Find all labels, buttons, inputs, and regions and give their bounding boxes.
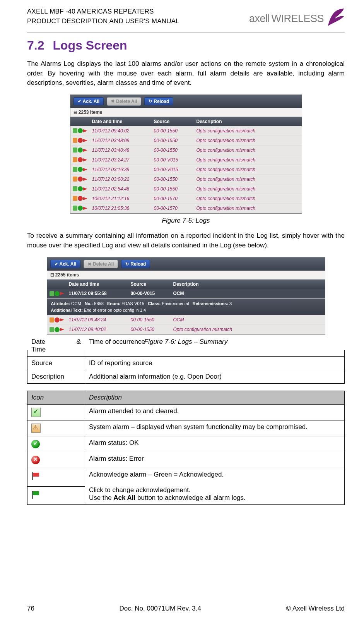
cell-source: 00-00-1550	[152, 177, 194, 182]
cell-source: 00-00-1550	[128, 317, 171, 323]
cell-datetime: 11/07/12 03:16:39	[90, 167, 152, 172]
log-row[interactable]: 11/07/12 03:48:0900-00-1550Opto configur…	[70, 136, 302, 146]
header-line2: PRODUCT DESCRIPTION AND USER'S MANUAL	[27, 17, 179, 26]
status-ok-icon	[78, 148, 83, 153]
col-head-date[interactable]: Date and time	[90, 119, 152, 124]
cell-desc: Opto configuration mismatch	[194, 138, 302, 143]
log-row[interactable]: 11/07/12 03:40:4800-00-1550Opto configur…	[70, 146, 302, 155]
ack-flag-icon[interactable]	[83, 149, 87, 152]
log-row[interactable]: 11/07/12 02:54:4600-00-1550Opto configur…	[70, 184, 302, 194]
log-detail-tooltip: Attribute: OCM No.: 5858 Enum: FDAS-V015…	[47, 298, 325, 315]
alarm-cleared-icon	[73, 206, 78, 211]
alarm-cleared-icon	[31, 408, 41, 417]
reload-button[interactable]: ↻Reload	[144, 97, 173, 106]
section-heading: 7.2Logs Screen	[27, 38, 345, 53]
table-row: Date&TimeTime of occurrence	[27, 350, 345, 357]
cell-desc: OCM	[171, 291, 325, 296]
delete-all-button[interactable]: ✖Delete All	[107, 97, 141, 106]
x-icon: ✖	[88, 262, 91, 267]
system-alarm-icon	[73, 177, 78, 182]
ack-flag-icon[interactable]	[83, 207, 87, 210]
cell-source: 00-00-1550	[152, 128, 194, 134]
col-head-desc[interactable]: Description	[171, 281, 325, 287]
cell-desc: Opto configuration mismatch	[194, 167, 302, 172]
cell-datetime: 11/07/12 03:48:09	[90, 138, 152, 143]
table-header-row: Date and time Source Description	[70, 117, 302, 126]
section-number: 7.2	[27, 38, 44, 52]
cell-source: 00-00-V015	[152, 157, 194, 163]
cell-source: 00-00-1550	[152, 186, 194, 192]
status-error-icon	[31, 456, 40, 464]
log-row[interactable]: 11/07/12 09:40:0200-00-1550Opto configur…	[47, 325, 325, 335]
ack-flag-icon[interactable]	[83, 187, 87, 190]
table-header-row: Date and time Source Description	[47, 280, 325, 289]
ack-flag-icon[interactable]	[83, 139, 87, 142]
cell-source: 00-00-V015	[152, 167, 194, 172]
log-row[interactable]: 11/07/12 09:48:2400-00-1550OCM	[47, 315, 325, 325]
icons-table: Icon Description Alarm attended to and c…	[27, 391, 345, 505]
col-head-source[interactable]: Source	[128, 281, 171, 287]
col-head-source[interactable]: Source	[152, 119, 194, 124]
ack-all-button[interactable]: ✔Ack. All	[73, 97, 104, 106]
reload-icon: ↻	[149, 99, 152, 104]
cell-desc: Opto configuration mismatch	[194, 128, 302, 134]
table-row: DescriptionAdditional alarm information …	[27, 370, 345, 384]
ack-flag-icon[interactable]	[60, 328, 64, 331]
check-icon: ✔	[55, 262, 58, 267]
ack-flag-icon[interactable]	[83, 129, 87, 132]
x-icon: ✖	[111, 99, 114, 104]
table-row: Acknowledge alarm – Green = Acknowledged…	[27, 468, 345, 487]
log-row[interactable]: 10/07/12 21:12:1600-00-1570Opto configur…	[70, 194, 302, 204]
log-row[interactable]: 11/07/12 09:40:0200-00-1550Opto configur…	[70, 126, 302, 136]
header-left: AXELL MBF -40 AMERICAS REPEATERS PRODUCT…	[27, 7, 179, 26]
status-error-icon	[55, 317, 60, 323]
item-count[interactable]: 2253 items	[70, 108, 302, 117]
status-ok-icon	[78, 206, 83, 211]
status-ok-icon	[31, 440, 40, 448]
log-row[interactable]: 11/07/12 03:16:3900-00-V015Opto configur…	[70, 165, 302, 175]
system-alarm-icon	[31, 424, 41, 433]
cell-datetime: 11/07/12 09:40:02	[90, 128, 152, 134]
cell-datetime: 11/07/12 03:24:27	[90, 157, 152, 163]
ack-flag-icon[interactable]	[60, 292, 64, 295]
logs-panel: ✔Ack. All ✖Delete All ↻Reload 2253 items…	[70, 94, 302, 214]
logs-toolbar-2: ✔Ack. All ✖Delete All ↻Reload	[47, 257, 325, 271]
status-error-icon	[78, 138, 83, 143]
item-count[interactable]: 2255 items	[47, 271, 325, 280]
ack-description: Acknowledge alarm – Green = Acknowledged…	[85, 468, 345, 505]
copyright: © Axell Wireless Ltd	[286, 605, 345, 612]
page-number: 76	[27, 605, 34, 612]
status-ok-icon	[78, 167, 83, 172]
ack-flag-red-icon	[31, 472, 41, 479]
log-row[interactable]: 10/07/12 21:05:3600-00-1570Opto configur…	[70, 204, 302, 213]
icons-table-h2: Description	[85, 391, 345, 405]
delete-all-button[interactable]: ✖Delete All	[84, 260, 118, 268]
alarm-cleared-icon	[50, 291, 55, 296]
system-alarm-icon	[73, 196, 78, 201]
log-row[interactable]: 11/07/12 09:55:5800-00-V015OCM	[47, 289, 325, 298]
reload-icon: ↻	[125, 262, 129, 267]
table-row: Alarm attended to and cleared.	[27, 405, 345, 420]
table-row: Alarm status: OK	[27, 436, 345, 452]
logo-mark-icon	[326, 7, 345, 30]
cell-datetime: 11/07/12 09:48:24	[67, 317, 128, 323]
ack-flag-icon[interactable]	[83, 178, 87, 181]
table-row: System alarm – displayed when system fun…	[27, 420, 345, 436]
cell-desc: Opto configuration mismatch	[171, 327, 325, 332]
log-row[interactable]: 11/07/12 03:24:2700-00-V015Opto configur…	[70, 155, 302, 165]
log-row[interactable]: 11/07/12 03:00:2200-00-1550Opto configur…	[70, 175, 302, 184]
paragraph-2: To receive a summary containing all info…	[27, 231, 345, 250]
col-head-icons	[70, 119, 90, 124]
alarm-cleared-icon	[73, 148, 78, 153]
ack-flag-icon[interactable]	[60, 318, 64, 321]
ack-flag-icon[interactable]	[83, 158, 87, 161]
ack-flag-icon[interactable]	[83, 168, 87, 171]
cell-source: 00-00-V015	[128, 291, 171, 296]
cell-datetime: 11/07/12 09:55:58	[67, 291, 128, 296]
reload-button[interactable]: ↻Reload	[121, 260, 150, 268]
ack-all-button[interactable]: ✔Ack. All	[50, 260, 81, 268]
alarm-cleared-icon	[73, 186, 78, 191]
col-head-date[interactable]: Date and time	[67, 281, 128, 287]
ack-flag-icon[interactable]	[83, 197, 87, 200]
col-head-desc[interactable]: Description	[194, 119, 302, 124]
